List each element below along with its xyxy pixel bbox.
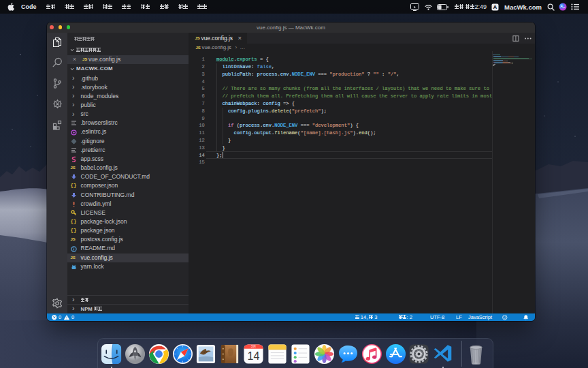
svg-text:A: A [493, 4, 497, 10]
svg-text:14: 14 [247, 350, 259, 362]
